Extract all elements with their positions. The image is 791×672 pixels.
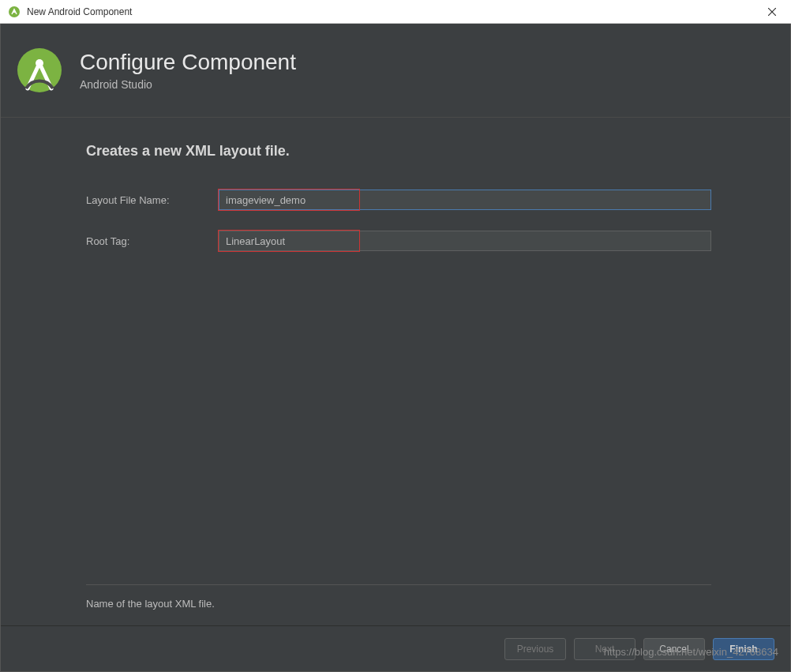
svg-point-1 [13, 10, 15, 12]
android-studio-logo-icon [17, 47, 62, 93]
root-tag-input[interactable] [219, 231, 711, 251]
content-area: Configure Component Android Studio Creat… [0, 24, 791, 672]
root-tag-input-wrap [219, 231, 711, 251]
root-tag-label: Root Tag: [86, 235, 219, 247]
close-button[interactable] [761, 6, 783, 18]
header-text: Configure Component Android Studio [80, 50, 296, 91]
window: New Android Component Configure Compone [0, 0, 791, 672]
header: Configure Component Android Studio [1, 24, 790, 118]
header-subtitle: Android Studio [80, 78, 296, 91]
android-studio-icon [8, 6, 21, 18]
form-row-root-tag: Root Tag: [86, 231, 711, 251]
cancel-button[interactable]: Cancel [643, 638, 705, 660]
finish-button[interactable]: Finish [713, 638, 774, 660]
form-row-layout-file-name: Layout File Name: [86, 190, 711, 210]
layout-file-name-input-wrap [219, 190, 711, 210]
section-title: Creates a new XML layout file. [86, 143, 711, 160]
layout-file-name-label: Layout File Name: [86, 194, 219, 206]
layout-file-name-input[interactable] [219, 190, 711, 210]
titlebar: New Android Component [0, 0, 791, 24]
previous-button[interactable]: Previous [504, 638, 566, 660]
titlebar-left: New Android Component [8, 6, 132, 18]
button-bar: Previous Next Cancel Finish [1, 625, 790, 671]
window-title: New Android Component [27, 6, 132, 17]
svg-point-4 [17, 48, 62, 92]
header-title: Configure Component [80, 50, 296, 75]
main: Creates a new XML layout file. Layout Fi… [1, 118, 790, 625]
next-button[interactable]: Next [574, 638, 635, 660]
footer-hint: Name of the layout XML file. [86, 584, 711, 610]
